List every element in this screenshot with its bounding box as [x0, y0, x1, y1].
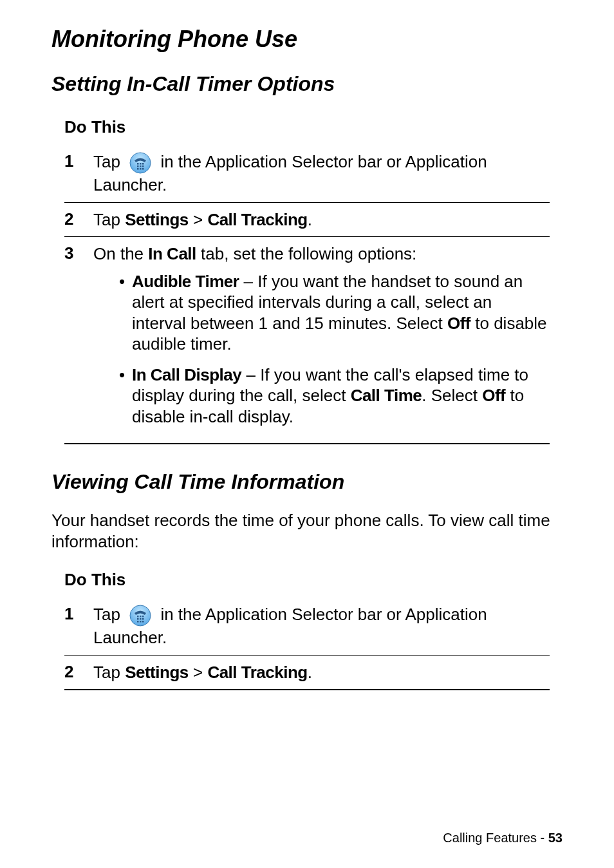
svg-rect-2 — [140, 163, 142, 165]
menu-label-call-tracking: Call Tracking — [207, 663, 307, 682]
intro-paragraph: Your handset records the time of your ph… — [51, 510, 563, 552]
period: . — [308, 210, 312, 229]
table-header: Do This — [64, 112, 550, 145]
svg-rect-11 — [137, 616, 139, 618]
phone-dial-icon — [129, 604, 152, 627]
page-title: Monitoring Phone Use — [51, 26, 563, 53]
step-content: Tap — [93, 604, 550, 648]
tab-label-in-call: In Call — [148, 244, 196, 263]
svg-rect-13 — [142, 616, 144, 618]
step-number: 2 — [64, 662, 93, 682]
bullet-list: • Audible Timer – If you want the handse… — [93, 271, 550, 428]
option-value-call-time: Call Time — [351, 386, 422, 405]
svg-rect-14 — [137, 618, 139, 620]
section-heading-call-time-info: Viewing Call Time Information — [51, 470, 563, 494]
option-label-in-call-display: In Call Display — [132, 365, 241, 384]
phone-dial-icon — [129, 151, 152, 175]
step-row-1: 1 Tap — [64, 598, 550, 655]
instruction-table-1: Do This 1 Tap — [64, 112, 550, 444]
step-text: tab, set the following options: — [196, 244, 417, 263]
step-number: 2 — [64, 209, 93, 229]
step-text: Tap — [93, 663, 125, 682]
step-text: Tap — [93, 210, 125, 229]
step-row-2: 2 Tap Settings > Call Tracking. — [64, 202, 550, 237]
separator: > — [189, 663, 208, 682]
menu-label-settings: Settings — [125, 210, 189, 229]
step-text-post: in the Application Selector bar or Appli… — [93, 152, 487, 194]
footer-section: Calling Features - — [443, 831, 548, 845]
svg-rect-8 — [140, 168, 142, 170]
instruction-table-2: Do This 1 Tap — [64, 565, 550, 690]
option-desc: . Select — [422, 386, 482, 405]
bullet-dot: • — [119, 271, 132, 355]
separator: > — [189, 210, 208, 229]
section-heading-timer-options: Setting In-Call Timer Options — [51, 72, 563, 96]
svg-rect-18 — [140, 621, 142, 623]
step-row-2: 2 Tap Settings > Call Tracking. — [64, 655, 550, 691]
step-text-post: in the Application Selector bar or Appli… — [93, 605, 487, 647]
svg-rect-9 — [142, 168, 144, 170]
period: . — [308, 663, 312, 682]
svg-rect-12 — [140, 616, 142, 618]
bullet-item: • Audible Timer – If you want the handse… — [93, 271, 550, 355]
step-row-3: 3 On the In Call tab, set the following … — [64, 236, 550, 444]
menu-label-call-tracking: Call Tracking — [207, 210, 307, 229]
bullet-item: • In Call Display – If you want the call… — [93, 364, 550, 428]
step-content: On the In Call tab, set the following op… — [93, 243, 550, 437]
step-text-pre: Tap — [93, 152, 125, 171]
svg-rect-19 — [142, 621, 144, 623]
step-content: Tap Settings > Call Tracking. — [93, 209, 550, 231]
svg-rect-7 — [137, 168, 139, 170]
bullet-text: Audible Timer – If you want the handset … — [132, 271, 550, 355]
bullet-dot: • — [119, 364, 132, 428]
svg-rect-6 — [142, 165, 144, 167]
table-header: Do This — [64, 565, 550, 598]
step-row-1: 1 Tap — [64, 145, 550, 202]
option-value-off: Off — [482, 386, 505, 405]
step-content: Tap — [93, 151, 550, 196]
bullet-text: In Call Display – If you want the call's… — [132, 364, 550, 428]
menu-label-settings: Settings — [125, 663, 189, 682]
svg-rect-15 — [140, 618, 142, 620]
svg-rect-4 — [137, 165, 139, 167]
svg-rect-3 — [142, 163, 144, 165]
page-footer: Calling Features - 53 — [443, 831, 563, 845]
svg-rect-17 — [137, 621, 139, 623]
option-label-audible-timer: Audible Timer — [132, 272, 239, 291]
step-text-pre: Tap — [93, 605, 125, 624]
step-number: 1 — [64, 151, 93, 171]
svg-rect-5 — [140, 165, 142, 167]
step-number: 3 — [64, 243, 93, 263]
step-number: 1 — [64, 604, 93, 624]
step-text: On the — [93, 244, 148, 263]
svg-rect-16 — [142, 618, 144, 620]
option-value-off: Off — [447, 314, 470, 333]
page-number: 53 — [548, 831, 563, 845]
svg-rect-1 — [137, 163, 139, 165]
step-content: Tap Settings > Call Tracking. — [93, 662, 550, 683]
